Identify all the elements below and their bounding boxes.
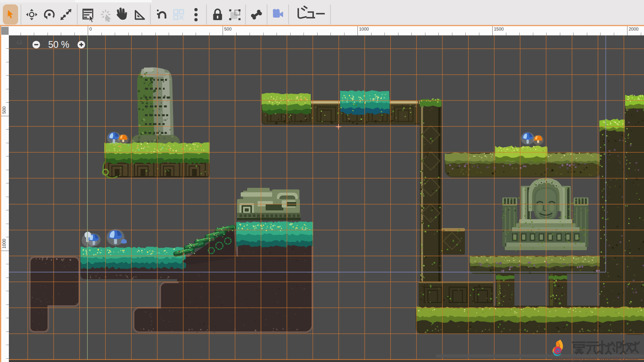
svg-text:500: 500 [2,107,6,114]
svg-text:www.lingliuyx.com: www.lingliuyx.com [551,356,597,362]
svg-text:www.06zyx.com: www.06zyx.com [599,356,638,362]
svg-text:50 %: 50 % [48,40,69,50]
svg-text:1000: 1000 [2,239,6,249]
